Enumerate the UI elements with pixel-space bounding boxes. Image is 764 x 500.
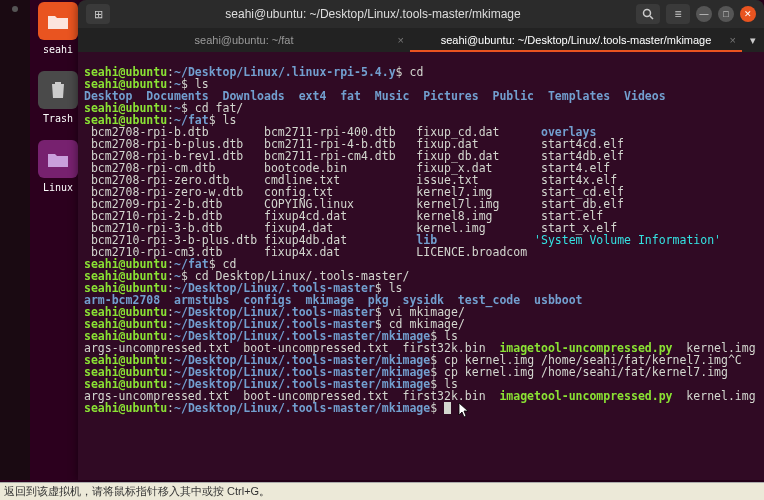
tab-active[interactable]: seahi@ubuntu: ~/Desktop/Linux/.tools-mas… [410, 28, 742, 52]
maximize-button[interactable]: □ [718, 6, 734, 22]
dock-indicator [12, 6, 18, 12]
home-folder-icon[interactable] [38, 2, 78, 40]
tab-dropdown-button[interactable]: ▾ [742, 28, 764, 52]
linux-folder-icon[interactable] [38, 140, 78, 178]
trash-label: Trash [43, 113, 73, 124]
terminal-body[interactable]: seahi@ubuntu:~/Desktop/Linux/.linux-rpi-… [78, 52, 764, 428]
window-title: seahi@ubuntu: ~/Desktop/Linux/.tools-mas… [118, 7, 628, 21]
svg-line-1 [650, 16, 653, 19]
svg-point-0 [644, 10, 651, 17]
close-button[interactable]: ✕ [740, 6, 756, 22]
cursor [444, 402, 451, 414]
hamburger-menu-button[interactable]: ≡ [666, 4, 690, 24]
linux-label: Linux [43, 182, 73, 193]
tab-close-icon[interactable]: × [398, 34, 404, 46]
home-label: seahi [43, 44, 73, 55]
desktop-icons: seahi Trash Linux [34, 2, 82, 193]
terminal-window: ⊞ seahi@ubuntu: ~/Desktop/Linux/.tools-m… [78, 0, 764, 480]
trash-icon[interactable] [38, 71, 78, 109]
search-button[interactable] [636, 4, 660, 24]
vmware-statusbar: 返回到该虚拟机，请将鼠标指针移入其中或按 Ctrl+G。 [0, 482, 764, 500]
titlebar: ⊞ seahi@ubuntu: ~/Desktop/Linux/.tools-m… [78, 0, 764, 28]
new-tab-button[interactable]: ⊞ [86, 4, 110, 24]
dock [0, 0, 30, 480]
minimize-button[interactable]: — [696, 6, 712, 22]
tab-label: seahi@ubuntu: ~/Desktop/Linux/.tools-mas… [441, 34, 712, 46]
tab-inactive[interactable]: seahi@ubuntu: ~/fat × [78, 28, 410, 52]
statusbar-text: 返回到该虚拟机，请将鼠标指针移入其中或按 Ctrl+G。 [4, 484, 270, 499]
tab-close-icon[interactable]: × [730, 34, 736, 46]
tabbar: seahi@ubuntu: ~/fat × seahi@ubuntu: ~/De… [78, 28, 764, 52]
tab-label: seahi@ubuntu: ~/fat [195, 34, 294, 46]
